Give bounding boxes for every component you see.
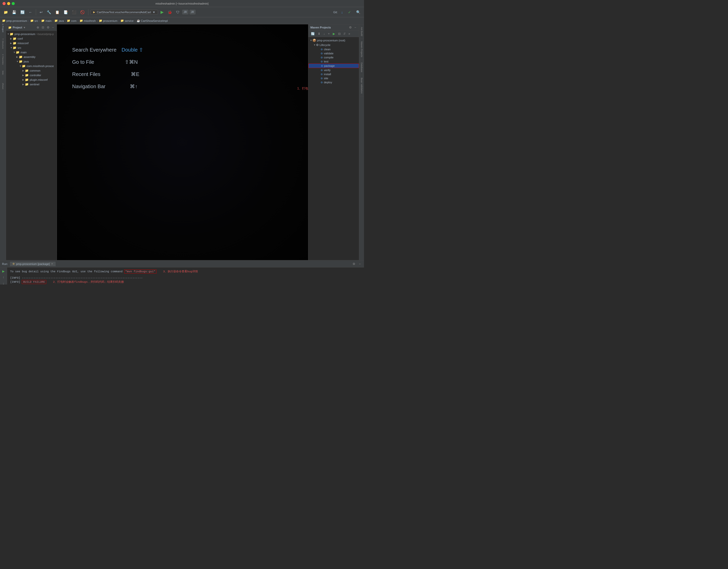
- maven-run-btn[interactable]: ▶: [332, 31, 336, 36]
- maven-lifecycle[interactable]: ▼ ⚙ Lifecycle: [308, 43, 359, 47]
- tree-java[interactable]: ▼ 📁 java: [6, 59, 57, 64]
- output-line-findbugs: To see bug detail using the Findbugs GUI…: [10, 270, 361, 274]
- jrebel-run-btn[interactable]: JR: [182, 10, 188, 14]
- breadcrumb-proscenium[interactable]: 📁 pmp-proscenium: [2, 19, 27, 22]
- tree-missconf[interactable]: ▶ 📁 missconf: [6, 41, 57, 45]
- ant-build-tab[interactable]: Ant Build: [360, 24, 364, 39]
- breadcrumb-com[interactable]: 📁 com: [67, 19, 76, 22]
- maven-more-btn[interactable]: »: [347, 31, 351, 36]
- search-everywhere-item[interactable]: Search Everywhere Double ⇧: [72, 45, 293, 55]
- breadcrumb-service[interactable]: 📁 service: [120, 19, 134, 22]
- sidebar-jrebel-tab[interactable]: JRebel: [1, 83, 6, 88]
- run-output[interactable]: To see bug detail using the Findbugs GUI…: [7, 267, 364, 285]
- build-failure-badge: BUILD FAILURE: [22, 280, 46, 284]
- tree-controller[interactable]: ▶ 📁 controller: [6, 73, 57, 77]
- debug-button[interactable]: 🐞: [166, 9, 173, 15]
- maven-validate[interactable]: ⚙ validate: [308, 51, 359, 55]
- maven-panel-title: Maven Projects: [310, 26, 331, 29]
- maven-download-sources-btn[interactable]: ↓: [322, 31, 326, 36]
- tree-main[interactable]: ▼ 📁 main: [6, 50, 57, 55]
- findbugs-cmd: "mvn findbugs:gui": [124, 270, 156, 274]
- tree-conf[interactable]: ▶ 📁 conf: [6, 36, 57, 41]
- exclude-btn[interactable]: 🚫: [79, 9, 86, 15]
- tree-plugin-misconf[interactable]: ▶ 📁 plugin.misconf: [6, 77, 57, 82]
- run-panel: Run: ⚙ pmp-proscenium [package] ✕ ⚙ − ▶ …: [0, 260, 364, 285]
- title-bar: missfreshadmin [~/source/missfreshadmin]: [0, 0, 364, 7]
- breadcrumb-proscenium2[interactable]: 📁 proscenium: [99, 19, 118, 22]
- run-scroll-down-btn[interactable]: ↓: [1, 281, 7, 285]
- sidebar-structure-tab[interactable]: 7: Structure: [1, 41, 6, 46]
- maven-panel: Maven Projects ⚙ − 🔄 ⬇ ↓ + ▶ ⊟ // » ▼ 📦 …: [308, 24, 359, 260]
- maven-collapse-all-btn[interactable]: //: [343, 31, 346, 36]
- run-tab-package[interactable]: ⚙ pmp-proscenium [package] ✕: [10, 262, 56, 266]
- breadcrumb-file[interactable]: ☕ CartShowServiceImpl: [137, 19, 168, 22]
- tree-root[interactable]: ▼ 📁 pmp-proscenium ~/source/pmp-p: [6, 32, 57, 36]
- panel-settings-btn[interactable]: ⚙: [46, 25, 50, 29]
- maven-toggle-btn[interactable]: ⊟: [337, 31, 342, 36]
- bean-validation-tab[interactable]: Bean Validation: [360, 75, 364, 96]
- database-tab[interactable]: Database: [360, 60, 364, 75]
- tree-com-missfresh[interactable]: ▼ 📁 com.missfresh.prosce: [6, 64, 57, 68]
- maven-site[interactable]: ⚙ site: [308, 76, 359, 80]
- sidebar-favorites-tab[interactable]: 2: Favorites: [1, 57, 6, 62]
- copy-path-btn[interactable]: 📋: [54, 9, 61, 15]
- maven-root[interactable]: ▼ 📦 pmp-proscenium (root): [308, 38, 359, 43]
- breadcrumb-src[interactable]: 📁 src: [30, 19, 38, 22]
- recent-files-item[interactable]: Recent Files ⌘E: [72, 69, 293, 79]
- maven-refresh-btn[interactable]: 🔄: [310, 31, 316, 36]
- maven-test[interactable]: ⚙ test: [308, 59, 359, 64]
- minimize-button[interactable]: [7, 2, 10, 5]
- maven-add-btn[interactable]: +: [327, 31, 331, 36]
- run-tab-close[interactable]: ✕: [51, 262, 53, 265]
- git-update-btn[interactable]: ↓: [340, 9, 344, 15]
- breadcrumb-missfresh[interactable]: 📁 missfresh: [80, 19, 96, 22]
- maven-install[interactable]: ⚙ install: [308, 72, 359, 76]
- navigation-bar-item[interactable]: Navigation Bar ⌘↑: [72, 81, 293, 91]
- run-scroll-up-btn[interactable]: ↑: [1, 275, 7, 280]
- maven-clean[interactable]: ⚙ clean: [308, 47, 359, 51]
- breadcrumb-main[interactable]: 📁 main: [41, 19, 52, 22]
- run-button[interactable]: ▶: [159, 9, 165, 15]
- run-config-dropdown[interactable]: ▶ CartShowTest.voucherRecommendAddCart ▼: [90, 10, 158, 15]
- maximize-button[interactable]: [12, 2, 15, 5]
- open-folder-btn[interactable]: 📁: [2, 9, 9, 15]
- sidebar-web-tab[interactable]: Web: [1, 70, 6, 75]
- output-info-separator1: [INFO] ---------------------------------…: [10, 276, 361, 280]
- settings-btn[interactable]: 🔧: [45, 9, 53, 15]
- maven-projects-tab[interactable]: Maven Projects: [360, 39, 364, 60]
- search-everywhere-btn[interactable]: 🔍: [355, 9, 362, 15]
- panel-add-btn[interactable]: ⊕: [36, 25, 40, 29]
- toolbar-right: Git: ↓ ✓ 🔍: [333, 9, 362, 15]
- run-play-btn[interactable]: ▶: [1, 268, 7, 274]
- coverage-button[interactable]: 🛡: [175, 9, 181, 15]
- go-to-file-item[interactable]: Go to File ⇧⌘N: [72, 57, 293, 67]
- back-btn[interactable]: ←: [27, 9, 34, 15]
- git-push-btn[interactable]: ✓: [346, 9, 353, 15]
- maven-compile[interactable]: ⚙ compile: [308, 55, 359, 59]
- maven-package[interactable]: ⚙ package: [308, 64, 359, 68]
- sidebar-project-tab[interactable]: 1: Project: [1, 25, 6, 30]
- jrebel-debug-btn[interactable]: JR: [189, 10, 196, 14]
- sync-btn[interactable]: 🔄: [19, 9, 26, 15]
- tree-sentinel[interactable]: ▶ 📁 sentinel: [6, 82, 57, 87]
- tree-assembly[interactable]: ▶ 📁 assembly: [6, 55, 57, 59]
- panel-close-btn[interactable]: −: [51, 25, 55, 29]
- main-toolbar: 📁 💾 🔄 ← ↩ 🔧 📋 📑 ⬛ 🚫 ▶ CartShowTest.vouch…: [0, 7, 364, 17]
- run-panel-settings-btn[interactable]: ⚙: [351, 262, 357, 266]
- panel-layout-btn[interactable]: ⊟: [41, 25, 45, 29]
- run-panel-collapse-btn[interactable]: −: [358, 262, 362, 266]
- maven-settings-btn[interactable]: ⚙: [348, 25, 353, 29]
- undo-btn[interactable]: ↩: [38, 9, 44, 15]
- close-button[interactable]: [3, 2, 6, 5]
- move-btn[interactable]: 📑: [62, 9, 69, 15]
- maven-verify[interactable]: ⚙ verify: [308, 68, 359, 72]
- maven-download-btn[interactable]: ⬇: [317, 31, 321, 36]
- tree-src[interactable]: ▼ 📁 src: [6, 45, 57, 50]
- maven-collapse-btn[interactable]: −: [354, 25, 357, 29]
- breadcrumb-java[interactable]: 📁 java: [54, 19, 64, 22]
- maven-deploy[interactable]: ⚙ deploy: [308, 80, 359, 84]
- maven-toolbar: 🔄 ⬇ ↓ + ▶ ⊟ // »: [308, 31, 359, 37]
- tree-common[interactable]: ▶ 📁 common: [6, 68, 57, 73]
- inspect-btn[interactable]: ⬛: [70, 9, 78, 15]
- save-btn[interactable]: 💾: [10, 9, 18, 15]
